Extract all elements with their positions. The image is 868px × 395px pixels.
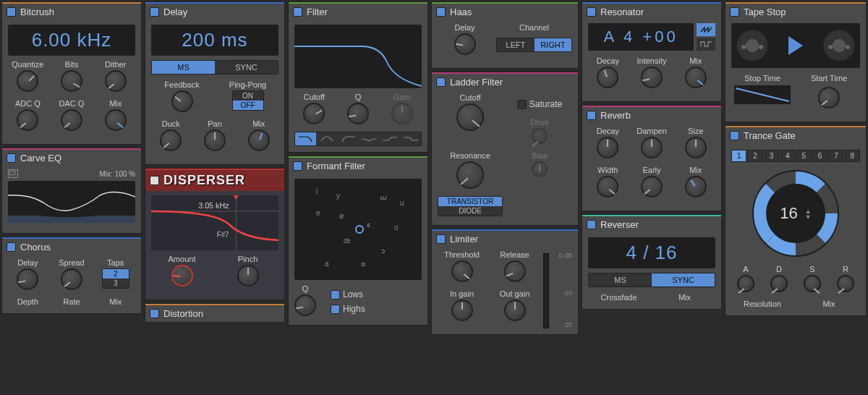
filter-shape-option[interactable] — [316, 132, 337, 145]
attack-knob[interactable] — [737, 275, 754, 292]
bits-knob[interactable] — [61, 70, 82, 92]
cutoff-knob[interactable] — [456, 103, 484, 131]
spread-knob[interactable] — [61, 268, 82, 290]
dacq-knob[interactable] — [61, 109, 82, 131]
adcq-knob[interactable] — [17, 109, 38, 131]
channel-option[interactable]: RIGHT — [535, 38, 572, 51]
power-toggle[interactable] — [293, 161, 302, 171]
pan-knob[interactable] — [204, 129, 226, 151]
amount-knob[interactable] — [171, 265, 193, 286]
vowel-pad[interactable]: i y e ø ɛ œ a ɑ ɔ o u ɯ — [294, 179, 422, 280]
sustain-knob[interactable] — [804, 275, 821, 292]
filter-graph[interactable] — [294, 25, 422, 88]
filter-shape-option[interactable] — [379, 132, 400, 145]
feedback-knob[interactable] — [171, 90, 193, 112]
gate-value[interactable]: 16 — [780, 204, 797, 222]
power-toggle[interactable] — [150, 176, 159, 185]
filter-shape-option[interactable] — [358, 132, 379, 145]
width-knob[interactable] — [597, 176, 618, 198]
dampen-knob[interactable] — [641, 137, 663, 158]
step[interactable]: 3 — [764, 150, 779, 162]
power-toggle[interactable] — [293, 7, 302, 17]
early-knob[interactable] — [641, 176, 663, 198]
ladder-mode-option[interactable]: DIODE — [438, 206, 502, 216]
power-toggle[interactable] — [7, 242, 16, 252]
wave-selector[interactable] — [697, 23, 715, 51]
power-toggle[interactable] — [7, 153, 16, 163]
channel-option[interactable]: LEFT — [497, 38, 535, 51]
step[interactable]: 5 — [796, 150, 812, 162]
release-knob[interactable] — [504, 260, 526, 282]
taps-option[interactable]: 3 — [103, 279, 129, 288]
step-sequencer[interactable]: 1 2 3 4 5 6 7 8 — [731, 150, 860, 162]
power-toggle[interactable] — [436, 7, 446, 17]
stop-curve-graph[interactable] — [734, 85, 791, 104]
taps-selector[interactable]: 2 3 — [102, 268, 129, 289]
bias-knob[interactable] — [532, 161, 548, 177]
filter-shape-option[interactable] — [337, 132, 358, 145]
mode-selector[interactable]: MS SYNC — [151, 60, 278, 75]
q-knob[interactable] — [347, 103, 369, 124]
dither-knob[interactable] — [105, 70, 127, 92]
step[interactable]: 2 — [747, 150, 762, 162]
step[interactable]: 7 — [828, 150, 843, 162]
note-display[interactable]: A 4 +00 — [588, 23, 694, 51]
pingpong-option[interactable]: OFF — [233, 101, 263, 110]
time-display[interactable]: 200 ms — [151, 25, 278, 56]
square-wave-icon[interactable] — [697, 38, 715, 51]
size-knob[interactable] — [685, 137, 707, 158]
channel-selector[interactable]: LEFT RIGHT — [496, 38, 572, 52]
delay-knob[interactable] — [17, 268, 38, 290]
power-toggle[interactable] — [730, 7, 739, 17]
filter-shape-option[interactable] — [400, 132, 421, 145]
power-toggle[interactable] — [587, 220, 596, 229]
expand-icon[interactable] — [8, 169, 18, 178]
mode-option[interactable]: MS — [589, 273, 652, 286]
mix-knob[interactable] — [105, 109, 127, 131]
power-toggle[interactable] — [587, 111, 596, 120]
stepper-icon[interactable]: ▲▼ — [805, 208, 812, 220]
step[interactable]: 8 — [845, 150, 860, 162]
taps-option[interactable]: 2 — [103, 269, 129, 279]
power-toggle[interactable] — [587, 7, 596, 17]
outgain-knob[interactable] — [504, 300, 526, 321]
filter-shape-selector[interactable] — [294, 132, 422, 146]
ratio-display[interactable]: 4 / 16 — [588, 237, 715, 268]
power-toggle[interactable] — [150, 7, 159, 17]
filter-shape-option[interactable] — [295, 132, 316, 145]
saw-wave-icon[interactable] — [697, 23, 715, 36]
power-toggle[interactable] — [436, 77, 446, 87]
mix-knob[interactable] — [248, 129, 270, 151]
pinch-knob[interactable] — [237, 265, 259, 286]
delay-knob[interactable] — [454, 33, 476, 55]
ingain-knob[interactable] — [451, 300, 473, 321]
quantize-knob[interactable] — [17, 70, 38, 92]
saturate-checkbox[interactable] — [517, 100, 527, 109]
duck-knob[interactable] — [160, 129, 182, 151]
start-time-knob[interactable] — [818, 87, 840, 109]
frequency-display[interactable]: 6.00 kHz — [8, 25, 135, 56]
pingpong-option[interactable]: ON — [233, 91, 263, 101]
decay-knob[interactable] — [597, 137, 618, 158]
ladder-mode-selector[interactable]: TRANSISTOR DIODE — [438, 196, 503, 216]
gain-knob[interactable] — [391, 103, 413, 124]
power-toggle[interactable] — [7, 7, 16, 17]
power-toggle[interactable] — [150, 309, 159, 318]
mode-option[interactable]: MS — [152, 61, 215, 74]
gate-ring[interactable]: 16 ▲▼ — [749, 166, 843, 260]
pingpong-selector[interactable]: ON OFF — [232, 90, 264, 111]
play-button[interactable] — [788, 36, 803, 55]
mix-knob[interactable] — [685, 176, 707, 198]
power-toggle[interactable] — [436, 234, 446, 244]
power-toggle[interactable] — [730, 131, 739, 140]
mode-selector[interactable]: MS SYNC — [588, 273, 715, 287]
release-knob[interactable] — [837, 275, 854, 292]
step[interactable]: 6 — [812, 150, 827, 162]
cutoff-knob[interactable] — [303, 103, 325, 124]
step[interactable]: 1 — [731, 150, 746, 162]
drive-knob[interactable] — [532, 128, 548, 144]
disperser-graph[interactable]: 3.05 kHz F#7 — [151, 195, 278, 250]
highs-checkbox[interactable] — [331, 305, 340, 314]
decay-knob[interactable] — [597, 67, 618, 88]
step[interactable]: 4 — [780, 150, 795, 162]
